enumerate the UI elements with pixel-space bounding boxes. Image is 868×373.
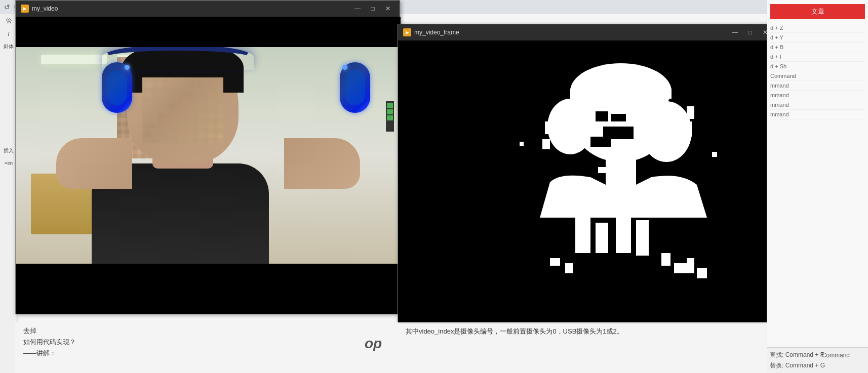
svg-rect-14 [596, 223, 608, 253]
post-article-button[interactable]: 文章 [770, 4, 865, 19]
shortcut-row-1: d + Z [770, 23, 865, 33]
video-restore-button[interactable]: □ [366, 4, 379, 14]
frame-content [398, 40, 777, 324]
frame-window-icon: ▶ [403, 28, 411, 36]
headphone-left [102, 62, 132, 113]
svg-rect-29 [641, 192, 656, 202]
frame-window: ▶ my_video_frame — □ ✕ [398, 24, 777, 322]
frame-window-title: my_video_frame [414, 29, 459, 36]
shortcut-row-3: d + B [770, 43, 865, 52]
slider-bar-1 [387, 103, 393, 108]
svg-rect-8 [596, 111, 608, 121]
frame-titlebar: ▶ my_video_frame — □ ✕ [398, 24, 777, 40]
svg-rect-31 [672, 197, 687, 208]
frame-minimize-button[interactable]: — [728, 27, 741, 37]
slider-bar-3 [387, 115, 393, 120]
toolbar-item-insert[interactable]: 插入 [0, 144, 17, 157]
face-area [142, 77, 223, 143]
svg-rect-25 [545, 121, 555, 134]
svg-rect-26 [542, 139, 550, 149]
find-label: 查找: Command + F [770, 351, 865, 359]
shoulder-left [56, 138, 132, 189]
shortcut-group: d + Z d + Y d + B d + I d + Sh Command m… [770, 23, 865, 119]
ceiling-light-1 [41, 55, 107, 64]
shortcut-row-2: d + Y [770, 33, 865, 43]
shortcut-row-command1: Command [770, 71, 865, 81]
svg-rect-22 [697, 268, 707, 278]
svg-rect-11 [590, 137, 611, 147]
svg-rect-21 [687, 258, 694, 273]
text-ru-he: 如何用代码实现？ [23, 338, 389, 347]
toolbar-item-italic-label[interactable]: 斜体 [0, 40, 17, 53]
find-bar: 查找: Command + F 替换: Command + G [767, 347, 868, 373]
toolbar-item-italic-I[interactable]: I [0, 28, 17, 40]
frame-restore-button[interactable]: □ [743, 27, 757, 37]
shortcut-row-5: d + Sh [770, 62, 865, 71]
replace-label: 替换: Command + G [770, 361, 865, 370]
svg-rect-30 [555, 197, 568, 210]
svg-rect-16 [636, 220, 649, 256]
camera-frame [16, 47, 401, 265]
svg-rect-20 [674, 263, 687, 273]
shortcut-row-command2: mmand [770, 81, 865, 91]
svg-rect-9 [611, 114, 626, 121]
svg-rect-17 [550, 258, 560, 266]
svg-point-5 [555, 106, 585, 147]
svg-rect-24 [687, 106, 694, 119]
slider-bar-2 [387, 109, 393, 114]
svg-rect-34 [520, 142, 524, 146]
bottom-bar-right: 其中video_index是摄像头编号，一般前置摄像头为0，USB摄像头为1或2… [398, 322, 767, 373]
shortcut-row-command3: mmand [770, 91, 865, 100]
video-black-bottom [16, 264, 401, 314]
video-window: ▶ my_video — □ ✕ [15, 0, 400, 314]
svg-rect-15 [616, 213, 631, 253]
right-panel: 文章 d + Z d + Y d + B d + I d + Sh Comman… [767, 0, 868, 373]
svg-rect-28 [616, 187, 634, 200]
toolbar-item-manage[interactable]: 管 [0, 14, 17, 28]
svg-rect-27 [580, 190, 601, 200]
video-close-button[interactable]: ✕ [381, 4, 394, 14]
video-titlebar: ▶ my_video — □ ✕ [16, 1, 400, 17]
command-label: Command [822, 352, 850, 359]
svg-rect-33 [621, 170, 627, 175]
silhouette-svg [398, 40, 777, 324]
video-window-icon: ▶ [21, 5, 29, 13]
toolbar-item-eq-im: =im [0, 157, 17, 169]
shortcut-row-command4: mmand [770, 100, 865, 110]
svg-rect-19 [661, 253, 670, 266]
op-label: op [365, 336, 382, 352]
video-black-top [16, 17, 401, 48]
svg-rect-13 [575, 213, 590, 253]
text-qu-diao: 去掉 [23, 326, 389, 336]
video-minimize-button[interactable]: — [351, 4, 364, 14]
svg-rect-32 [598, 167, 606, 173]
bottom-text-right-line1: 其中video_index是摄像头编号，一般前置摄像头为0，USB摄像头为1或2… [406, 326, 759, 337]
shoulder-right [284, 138, 360, 189]
svg-rect-23 [682, 121, 692, 137]
shortcut-row-4: d + I [770, 52, 865, 62]
shortcut-row-command5: mmand [770, 110, 865, 119]
svg-point-7 [649, 109, 684, 154]
green-slider[interactable] [386, 101, 394, 132]
headphone-band [102, 47, 254, 70]
svg-rect-18 [565, 263, 573, 273]
back-icon[interactable]: ↺ [4, 3, 10, 11]
svg-rect-35 [712, 152, 717, 157]
text-jiang-jie: ——讲解： [23, 349, 389, 358]
bottom-bar-left: 去掉 如何用代码实现？ ——讲解： [15, 322, 398, 373]
headphone-right [340, 62, 370, 113]
video-window-title: my_video [32, 5, 58, 12]
video-content [16, 17, 401, 314]
